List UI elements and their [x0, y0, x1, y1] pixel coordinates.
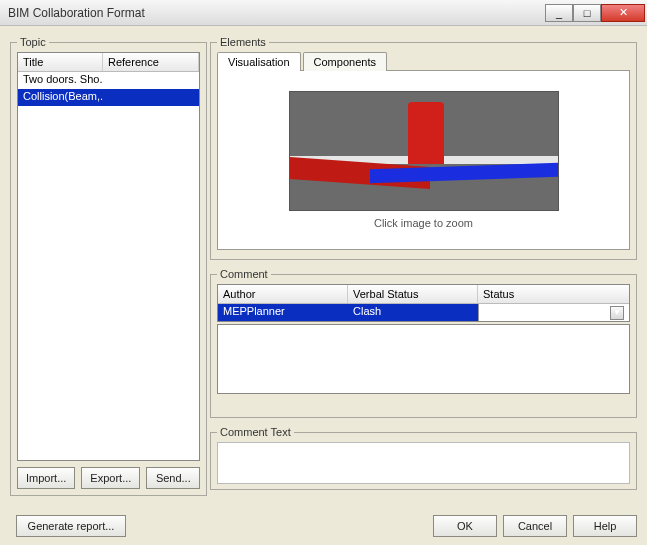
comment-cell-author: MEPPlanner [218, 304, 348, 321]
comment-text-input[interactable] [217, 442, 630, 484]
comment-group: Comment Author Verbal Status Status MEPP… [210, 268, 637, 418]
minimize-icon: _ [556, 7, 562, 19]
chevron-down-icon: ▼ [610, 306, 624, 320]
topic-cell-title: Two doors. Sho... [18, 72, 103, 89]
elements-legend: Elements [217, 36, 269, 48]
comment-body-empty[interactable] [217, 324, 630, 394]
window-title: BIM Collaboration Format [8, 6, 545, 20]
topic-header-title[interactable]: Title [18, 53, 103, 71]
bottom-button-row: Generate report... OK Cancel Help [10, 515, 637, 537]
export-button[interactable]: Export... [81, 467, 140, 489]
client-area: Topic Title Reference Two doors. Sho... [0, 26, 647, 545]
status-dropdown[interactable]: Unknown ▼ Error Warning Info Unknown ↖ [478, 304, 629, 321]
send-button[interactable]: Send... [146, 467, 200, 489]
comment-header-author[interactable]: Author [218, 285, 348, 303]
table-row[interactable]: Two doors. Sho... [18, 72, 199, 89]
topic-cell-ref [103, 72, 199, 89]
cancel-button[interactable]: Cancel [503, 515, 567, 537]
visualisation-panel: Click image to zoom [217, 70, 630, 250]
comment-text-legend: Comment Text [217, 426, 294, 438]
topic-group: Topic Title Reference Two doors. Sho... [10, 36, 207, 496]
viz-element-red-column [408, 102, 444, 164]
status-selected-value: Unknown [484, 307, 530, 319]
comment-header-verbal[interactable]: Verbal Status [348, 285, 478, 303]
comment-table: Author Verbal Status Status MEPPlanner C… [217, 284, 630, 322]
ok-button[interactable]: OK [433, 515, 497, 537]
app-window: BIM Collaboration Format _ □ ✕ Topic Tit… [0, 0, 647, 545]
maximize-icon: □ [584, 7, 591, 19]
table-row[interactable]: MEPPlanner Clash Unknown ▼ Error Warning… [218, 304, 629, 321]
comment-legend: Comment [217, 268, 271, 280]
elements-group: Elements Visualisation Components Click … [210, 36, 637, 260]
topic-cell-title: Collision(Beam,... [18, 89, 103, 106]
comment-header-status[interactable]: Status [478, 285, 629, 303]
topic-header-reference[interactable]: Reference [103, 53, 199, 71]
comment-cell-verbal: Clash [348, 304, 478, 321]
zoom-hint: Click image to zoom [374, 217, 473, 229]
close-icon: ✕ [619, 6, 628, 19]
import-button[interactable]: Import... [17, 467, 75, 489]
maximize-button[interactable]: □ [573, 4, 601, 22]
window-buttons: _ □ ✕ [545, 4, 645, 22]
visualisation-preview[interactable] [289, 91, 559, 211]
comment-text-group: Comment Text [210, 426, 637, 490]
topic-legend: Topic [17, 36, 49, 48]
topic-cell-ref [103, 89, 199, 106]
titlebar: BIM Collaboration Format _ □ ✕ [0, 0, 647, 26]
topic-body[interactable]: Two doors. Sho... Collision(Beam,... [18, 72, 199, 430]
help-button[interactable]: Help [573, 515, 637, 537]
topic-table: Title Reference Two doors. Sho... Collis… [17, 52, 200, 461]
generate-report-button[interactable]: Generate report... [16, 515, 126, 537]
tab-visualisation[interactable]: Visualisation [217, 52, 301, 71]
close-button[interactable]: ✕ [601, 4, 645, 22]
tab-components[interactable]: Components [303, 52, 387, 71]
minimize-button[interactable]: _ [545, 4, 573, 22]
table-row[interactable]: Collision(Beam,... [18, 89, 199, 106]
